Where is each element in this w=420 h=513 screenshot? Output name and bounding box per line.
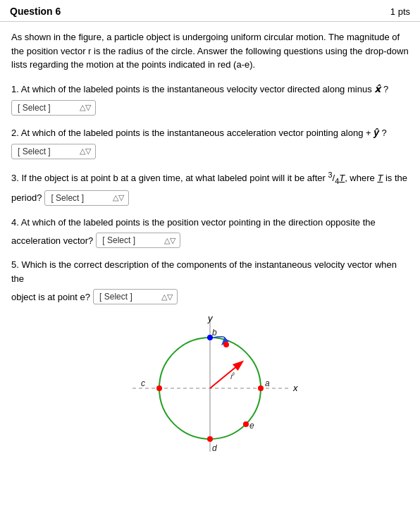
q3-select-row: period? [ Select ] △▽ [11,190,409,206]
question-3: 3. If the object is at point b at a give… [11,169,409,206]
q2-select-label: [ Select ] [15,146,78,157]
diagram-svg: x y r̂ a [111,314,309,455]
q5-text: 5. Which is the correct description of t… [11,258,409,285]
question-2: 2. At which of the labeled points is the… [11,125,409,159]
q4-select[interactable]: [ Select ] △▽ [96,233,180,248]
q2-text: 2. At which of the labeled points is the… [11,125,409,140]
intro-text: As shown in the figure, a particle objec… [11,30,409,72]
q4-select-label: [ Select ] [99,235,163,246]
question-title: Question 6 [10,6,61,17]
label-c: c [141,378,145,388]
q2-select[interactable]: [ Select ] △▽ [11,144,96,159]
x-axis-label: x [292,383,298,393]
y-axis-label: y [207,314,214,323]
point-d [207,436,213,442]
q4-text: 4. At which of the labeled points is the… [11,216,409,230]
position-vector [210,362,242,388]
question-1: 1. At which of the labeled points is the… [11,82,409,116]
q5-select-label: [ Select ] [97,291,160,302]
question-5: 5. Which is the correct description of t… [11,258,409,304]
label-e: e [249,421,254,431]
q3-prefix-label: period? [11,192,42,203]
label-d: d [212,443,217,453]
point-near-b [223,342,229,347]
q4-select-arrow: △▽ [163,236,177,245]
q5-select-row: object is at point e? [ Select ] △▽ [11,289,409,304]
point-e [243,421,249,427]
q3-select-arrow: △▽ [111,193,125,202]
label-a: a [265,378,270,388]
q4-prefix-label: acceleration vector? [11,235,93,246]
q1-select-arrow: △▽ [78,103,92,112]
diagram-container: x y r̂ a [11,314,409,455]
q1-select-row: [ Select ] △▽ [11,100,409,116]
label-b: b [212,328,217,338]
q5-select[interactable]: [ Select ] △▽ [93,289,178,304]
q1-select[interactable]: [ Select ] △▽ [11,100,96,116]
question-4: 4. At which of the labeled points is the… [11,216,409,249]
point-a [258,385,264,391]
q5-prefix-label: object is at point e? [11,292,90,302]
r-label: r̂ [230,371,235,381]
q3-text: 3. If the object is at point b at a give… [11,169,409,187]
q1-text: 1. At which of the labeled points is the… [11,82,409,97]
q1-text-before: 1. At which of the labeled points is the… [11,84,388,94]
points-label: 1 pts [390,6,410,17]
q3-select-label: [ Select ] [48,192,111,204]
velocity-arrow-b [214,337,226,344]
q4-select-row: acceleration vector? [ Select ] △▽ [11,233,409,248]
q2-text-before: 2. At which of the labeled points is the… [11,128,387,138]
point-c [156,385,162,391]
q2-select-row: [ Select ] △▽ [11,144,409,159]
q1-select-label: [ Select ] [15,102,78,113]
q5-select-arrow: △▽ [160,292,174,302]
q3-select[interactable]: [ Select ] △▽ [44,190,129,206]
q2-select-arrow: △▽ [78,147,92,156]
